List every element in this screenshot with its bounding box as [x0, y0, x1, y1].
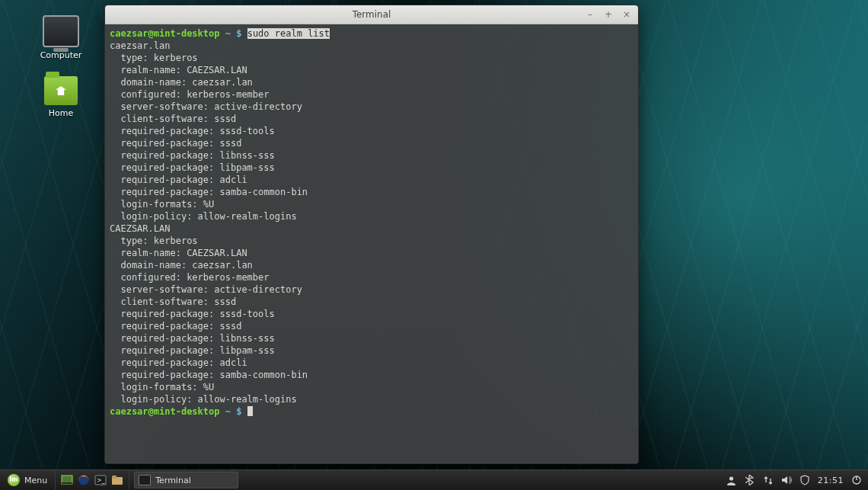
desktop-icon-home[interactable]: Home — [30, 76, 91, 118]
shield-icon[interactable] — [799, 475, 810, 485]
bluetooth-icon[interactable] — [745, 475, 755, 485]
desktop-icon-label: Home — [30, 108, 91, 118]
volume-icon[interactable] — [781, 475, 792, 485]
show-desktop-icon — [61, 474, 73, 486]
quick-launch: >_ — [55, 470, 129, 490]
files-icon — [111, 474, 123, 486]
quick-launch-firefox[interactable] — [77, 473, 91, 487]
mint-logo-icon — [8, 474, 20, 486]
terminal-body[interactable]: caezsar@mint-desktop ~ $ sudo realm list… — [105, 24, 638, 463]
user-icon[interactable] — [726, 475, 737, 485]
taskbar[interactable]: Menu >_ Terminal — [0, 469, 868, 490]
quick-launch-show-desktop[interactable] — [60, 473, 74, 487]
svg-point-7 — [729, 476, 733, 480]
window-minimize-button[interactable]: – — [585, 9, 595, 20]
computer-icon — [43, 15, 79, 47]
taskbar-task-terminal[interactable]: Terminal — [134, 472, 238, 488]
panel-clock[interactable]: 21:51 — [818, 476, 844, 485]
terminal-icon: >_ — [94, 474, 107, 486]
network-icon[interactable] — [763, 475, 774, 485]
svg-rect-1 — [62, 482, 72, 484]
svg-rect-9 — [856, 476, 857, 480]
terminal-window[interactable]: Terminal – + × caezsar@mint-desktop ~ $ … — [104, 5, 639, 464]
session-icon[interactable] — [851, 475, 862, 485]
firefox-icon — [78, 474, 90, 486]
desktop-icon-computer[interactable]: Computer — [30, 15, 91, 60]
quick-launch-files[interactable] — [110, 473, 124, 487]
taskbar-task-label: Terminal — [155, 476, 191, 485]
menu-label: Menu — [24, 476, 47, 485]
window-maximize-button[interactable]: + — [603, 9, 614, 20]
terminal-icon — [139, 475, 151, 485]
folder-home-icon — [44, 76, 78, 105]
window-title: Terminal — [105, 9, 638, 20]
quick-launch-terminal[interactable]: >_ — [94, 473, 107, 487]
svg-text:>_: >_ — [97, 477, 106, 484]
window-titlebar[interactable]: Terminal – + × — [105, 5, 638, 24]
window-close-button[interactable]: × — [621, 9, 632, 20]
menu-button[interactable]: Menu — [0, 470, 55, 490]
system-tray: 21:51 — [726, 470, 868, 490]
svg-rect-6 — [112, 476, 116, 479]
